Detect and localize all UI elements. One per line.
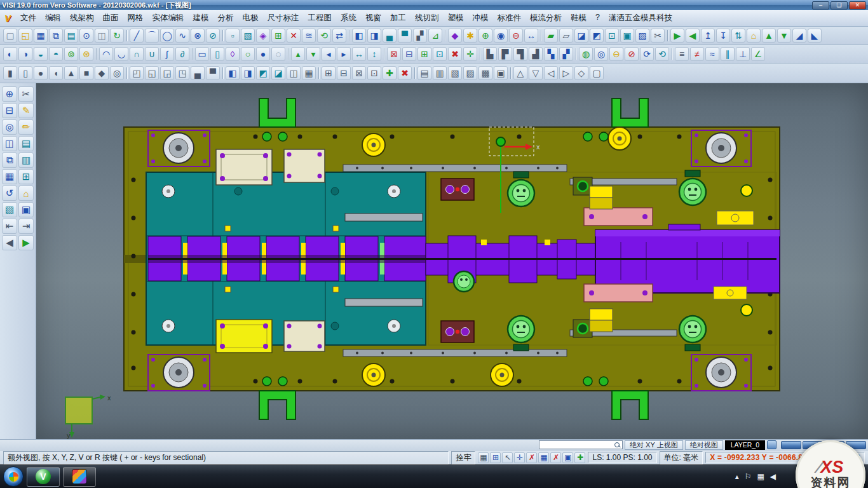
toolbar-icon[interactable]: ⇄ xyxy=(332,29,346,43)
toolbar-icon[interactable]: ◱ xyxy=(18,29,32,43)
toolbar-icon[interactable]: ▮ xyxy=(3,66,17,80)
toolbar-icon[interactable]: ◖ xyxy=(49,66,63,80)
menu-item-15[interactable]: 线切割 xyxy=(410,10,444,26)
menu-item-3[interactable]: 线架构 xyxy=(65,10,98,26)
toolbar-icon[interactable]: ◑ xyxy=(18,47,32,61)
toolbar-icon[interactable]: ▦ xyxy=(34,29,48,43)
toolbar-icon[interactable]: ▥ xyxy=(433,66,447,80)
menu-item-5[interactable]: 网格 xyxy=(123,10,148,26)
toolbar-icon[interactable]: ✂ xyxy=(651,29,665,43)
start-button[interactable] xyxy=(3,466,24,487)
sidebar-icon[interactable]: ✂ xyxy=(18,86,34,102)
sidebar-icon[interactable]: ▦ xyxy=(2,169,17,184)
maximize-button[interactable]: ❏ xyxy=(831,1,848,10)
toolbar-icon[interactable]: ▧ xyxy=(448,66,462,80)
toolbar-icon[interactable]: ⊟ xyxy=(337,66,351,80)
toolbar-icon[interactable]: ■ xyxy=(79,66,93,80)
toolbar-icon[interactable]: ≠ xyxy=(690,47,704,61)
menu-item-16[interactable]: 塑模 xyxy=(444,10,468,26)
toolbar-icon[interactable]: ◨ xyxy=(367,29,381,43)
toolbar-icon[interactable]: ⊞ xyxy=(417,47,431,61)
sidebar-icon[interactable]: ⊞ xyxy=(18,169,34,184)
toolbar-icon[interactable]: ≋ xyxy=(302,29,316,43)
minimize-button[interactable]: – xyxy=(812,1,829,10)
menu-item-7[interactable]: 建模 xyxy=(189,10,214,26)
sidebar-icon[interactable]: ⇥ xyxy=(18,219,34,234)
menu-item-22[interactable]: 潇洒五金模具科技 xyxy=(604,10,677,26)
toolbar-icon[interactable]: ◈ xyxy=(256,29,270,43)
toolbar-icon[interactable]: ▟ xyxy=(529,47,543,61)
taskbar-app-visi[interactable]: V xyxy=(27,467,60,487)
toolbar-icon[interactable]: ◆ xyxy=(448,29,462,43)
menu-item-11[interactable]: 工程图 xyxy=(304,10,337,26)
toolbar-icon[interactable]: ◳ xyxy=(175,66,189,80)
snap-toggle-icon[interactable]: ✛ xyxy=(514,452,525,463)
snap-toggle-icon[interactable]: ▣ xyxy=(562,452,573,463)
snap-toggle-icon[interactable]: ⊞ xyxy=(490,452,501,463)
toolbar-icon[interactable]: ◎ xyxy=(594,47,608,61)
tray-icon-2[interactable]: ⚐ xyxy=(745,472,752,481)
toolbar-icon[interactable]: ▷ xyxy=(559,66,573,80)
toolbar-icon[interactable]: ◪ xyxy=(574,29,588,43)
search-icon[interactable] xyxy=(614,442,620,448)
toolbar-icon[interactable]: ◠ xyxy=(99,47,113,61)
toolbar-icon[interactable]: ◧ xyxy=(226,66,240,80)
toolbar-icon[interactable]: ▭ xyxy=(195,47,209,61)
toolbar-icon[interactable]: ▸ xyxy=(337,47,351,61)
toolbar-icon[interactable]: ↧ xyxy=(716,29,730,43)
toolbar-icon[interactable]: ◱ xyxy=(145,66,159,80)
toolbar-icon[interactable]: ⊘ xyxy=(625,47,639,61)
toolbar-icon[interactable]: ◀ xyxy=(686,29,700,43)
taskbar-app-graphics[interactable] xyxy=(63,467,96,487)
toolbar-icon[interactable]: ≈ xyxy=(705,47,719,61)
toolbar-icon[interactable]: ↔ xyxy=(352,47,366,61)
toolbar-icon[interactable]: ∥ xyxy=(721,47,735,61)
toolbar-icon[interactable]: ● xyxy=(256,47,270,61)
toolbar-icon[interactable]: ⊖ xyxy=(609,47,623,61)
toolbar-icon[interactable]: ╱ xyxy=(130,29,144,43)
menu-item-21[interactable]: ? xyxy=(591,10,604,26)
sidebar-icon[interactable]: ⌂ xyxy=(18,186,34,201)
toolbar-icon[interactable]: ▤ xyxy=(417,66,431,80)
sidebar-icon[interactable]: ▶ xyxy=(18,235,34,250)
toolbar-icon[interactable]: ▲ xyxy=(64,66,78,80)
lock-label[interactable]: 拴牢 xyxy=(451,451,475,464)
toolbar-icon[interactable]: ◯ xyxy=(160,29,174,43)
toolbar-icon[interactable]: ⊖ xyxy=(509,29,523,43)
snap-toggle-icon[interactable]: ✗ xyxy=(550,452,561,463)
toolbar-icon[interactable]: ◉ xyxy=(494,29,508,43)
toolbar-icon[interactable]: ⇅ xyxy=(731,29,745,43)
sidebar-icon[interactable]: ◫ xyxy=(2,136,17,151)
menu-item-1[interactable]: 文件 xyxy=(16,10,41,26)
toolbar-icon[interactable]: ◆ xyxy=(95,66,109,80)
toolbar-icon[interactable]: ⧉ xyxy=(49,29,63,43)
toolbar-icon[interactable]: ⟲ xyxy=(317,29,331,43)
toolbar-icon[interactable]: ✛ xyxy=(463,47,477,61)
toolbar-icon[interactable]: ▄ xyxy=(191,66,205,80)
toolbar-icon[interactable]: ⊙ xyxy=(79,29,93,43)
toolbar-icon[interactable]: ▨ xyxy=(635,29,649,43)
toolbar-icon[interactable]: ▀ xyxy=(398,29,412,43)
toolbar-icon[interactable]: ▶ xyxy=(670,29,684,43)
menu-item-19[interactable]: 模流分析 xyxy=(526,10,566,26)
menu-item-9[interactable]: 电极 xyxy=(238,10,263,26)
toolbar-icon[interactable]: △ xyxy=(513,66,527,80)
toolbar-icon[interactable]: ↥ xyxy=(701,29,715,43)
toolbar-icon[interactable]: ∩ xyxy=(130,47,144,61)
toolbar-icon[interactable]: ▛ xyxy=(498,47,512,61)
toolbar-icon[interactable]: ↕ xyxy=(367,47,381,61)
sidebar-icon[interactable]: ▤ xyxy=(18,136,34,151)
toolbar-icon[interactable]: ◧ xyxy=(352,29,366,43)
toolbar-icon[interactable]: ∫ xyxy=(160,47,174,61)
menu-item-20[interactable]: 鞋模 xyxy=(566,10,591,26)
toolbar-icon[interactable]: ⊘ xyxy=(206,29,220,43)
toolbar-icon[interactable]: ▢ xyxy=(590,66,604,80)
toolbar-icon[interactable]: ▜ xyxy=(513,47,527,61)
toolbar-icon[interactable]: ◁ xyxy=(544,66,558,80)
sidebar-icon[interactable]: ↺ xyxy=(2,186,17,201)
toolbar-icon[interactable]: ⊟ xyxy=(402,47,416,61)
sidebar-icon[interactable]: ◀ xyxy=(2,235,17,250)
menu-item-8[interactable]: 分析 xyxy=(214,10,238,26)
toolbar-icon[interactable]: ◣ xyxy=(808,29,822,43)
toolbar-icon[interactable]: ◪ xyxy=(271,66,285,80)
